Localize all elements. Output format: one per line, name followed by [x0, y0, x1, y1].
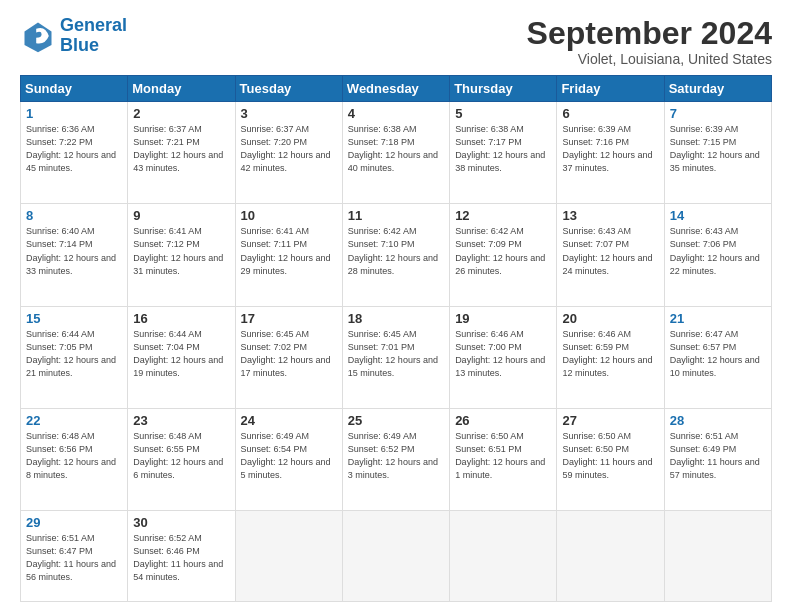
calendar-cell: 30Sunrise: 6:52 AMSunset: 6:46 PMDayligh…: [128, 511, 235, 602]
calendar-cell: 3Sunrise: 6:37 AMSunset: 7:20 PMDaylight…: [235, 102, 342, 204]
day-number: 26: [455, 413, 551, 428]
day-number: 28: [670, 413, 766, 428]
calendar-week-2: 8Sunrise: 6:40 AMSunset: 7:14 PMDaylight…: [21, 204, 772, 306]
col-header-saturday: Saturday: [664, 76, 771, 102]
day-info: Sunrise: 6:48 AMSunset: 6:56 PMDaylight:…: [26, 430, 122, 482]
calendar-cell: 26Sunrise: 6:50 AMSunset: 6:51 PMDayligh…: [450, 408, 557, 510]
month-title: September 2024: [527, 16, 772, 51]
calendar-cell: 5Sunrise: 6:38 AMSunset: 7:17 PMDaylight…: [450, 102, 557, 204]
col-header-friday: Friday: [557, 76, 664, 102]
day-number: 15: [26, 311, 122, 326]
header: General Blue September 2024 Violet, Loui…: [20, 16, 772, 67]
calendar-cell: 4Sunrise: 6:38 AMSunset: 7:18 PMDaylight…: [342, 102, 449, 204]
day-number: 23: [133, 413, 229, 428]
day-number: 30: [133, 515, 229, 530]
day-number: 8: [26, 208, 122, 223]
day-info: Sunrise: 6:46 AMSunset: 6:59 PMDaylight:…: [562, 328, 658, 380]
day-info: Sunrise: 6:49 AMSunset: 6:52 PMDaylight:…: [348, 430, 444, 482]
calendar-cell: 18Sunrise: 6:45 AMSunset: 7:01 PMDayligh…: [342, 306, 449, 408]
day-info: Sunrise: 6:39 AMSunset: 7:15 PMDaylight:…: [670, 123, 766, 175]
day-number: 5: [455, 106, 551, 121]
day-number: 29: [26, 515, 122, 530]
logo-blue: Blue: [60, 35, 99, 55]
calendar-cell: 15Sunrise: 6:44 AMSunset: 7:05 PMDayligh…: [21, 306, 128, 408]
day-info: Sunrise: 6:49 AMSunset: 6:54 PMDaylight:…: [241, 430, 337, 482]
day-info: Sunrise: 6:44 AMSunset: 7:04 PMDaylight:…: [133, 328, 229, 380]
calendar-cell: 29Sunrise: 6:51 AMSunset: 6:47 PMDayligh…: [21, 511, 128, 602]
logo-text: General Blue: [60, 16, 127, 56]
calendar-cell: 6Sunrise: 6:39 AMSunset: 7:16 PMDaylight…: [557, 102, 664, 204]
calendar-cell: [235, 511, 342, 602]
day-number: 16: [133, 311, 229, 326]
calendar-week-1: 1Sunrise: 6:36 AMSunset: 7:22 PMDaylight…: [21, 102, 772, 204]
page: General Blue September 2024 Violet, Loui…: [0, 0, 792, 612]
calendar-cell: 28Sunrise: 6:51 AMSunset: 6:49 PMDayligh…: [664, 408, 771, 510]
calendar-week-5: 29Sunrise: 6:51 AMSunset: 6:47 PMDayligh…: [21, 511, 772, 602]
day-info: Sunrise: 6:50 AMSunset: 6:50 PMDaylight:…: [562, 430, 658, 482]
day-number: 22: [26, 413, 122, 428]
calendar-cell: 25Sunrise: 6:49 AMSunset: 6:52 PMDayligh…: [342, 408, 449, 510]
day-number: 11: [348, 208, 444, 223]
calendar-cell: 22Sunrise: 6:48 AMSunset: 6:56 PMDayligh…: [21, 408, 128, 510]
col-header-wednesday: Wednesday: [342, 76, 449, 102]
day-number: 14: [670, 208, 766, 223]
day-info: Sunrise: 6:36 AMSunset: 7:22 PMDaylight:…: [26, 123, 122, 175]
day-info: Sunrise: 6:42 AMSunset: 7:10 PMDaylight:…: [348, 225, 444, 277]
day-info: Sunrise: 6:46 AMSunset: 7:00 PMDaylight:…: [455, 328, 551, 380]
calendar-cell: 9Sunrise: 6:41 AMSunset: 7:12 PMDaylight…: [128, 204, 235, 306]
day-info: Sunrise: 6:37 AMSunset: 7:20 PMDaylight:…: [241, 123, 337, 175]
day-info: Sunrise: 6:45 AMSunset: 7:02 PMDaylight:…: [241, 328, 337, 380]
location-subtitle: Violet, Louisiana, United States: [527, 51, 772, 67]
calendar-cell: [342, 511, 449, 602]
day-number: 18: [348, 311, 444, 326]
day-number: 10: [241, 208, 337, 223]
col-header-tuesday: Tuesday: [235, 76, 342, 102]
day-number: 4: [348, 106, 444, 121]
day-info: Sunrise: 6:48 AMSunset: 6:55 PMDaylight:…: [133, 430, 229, 482]
title-block: September 2024 Violet, Louisiana, United…: [527, 16, 772, 67]
day-info: Sunrise: 6:40 AMSunset: 7:14 PMDaylight:…: [26, 225, 122, 277]
day-number: 9: [133, 208, 229, 223]
day-info: Sunrise: 6:47 AMSunset: 6:57 PMDaylight:…: [670, 328, 766, 380]
calendar-week-3: 15Sunrise: 6:44 AMSunset: 7:05 PMDayligh…: [21, 306, 772, 408]
day-number: 7: [670, 106, 766, 121]
calendar-cell: 16Sunrise: 6:44 AMSunset: 7:04 PMDayligh…: [128, 306, 235, 408]
day-info: Sunrise: 6:43 AMSunset: 7:07 PMDaylight:…: [562, 225, 658, 277]
calendar-cell: 2Sunrise: 6:37 AMSunset: 7:21 PMDaylight…: [128, 102, 235, 204]
calendar-cell: 8Sunrise: 6:40 AMSunset: 7:14 PMDaylight…: [21, 204, 128, 306]
day-info: Sunrise: 6:45 AMSunset: 7:01 PMDaylight:…: [348, 328, 444, 380]
day-info: Sunrise: 6:38 AMSunset: 7:17 PMDaylight:…: [455, 123, 551, 175]
day-number: 27: [562, 413, 658, 428]
day-info: Sunrise: 6:42 AMSunset: 7:09 PMDaylight:…: [455, 225, 551, 277]
calendar-cell: 1Sunrise: 6:36 AMSunset: 7:22 PMDaylight…: [21, 102, 128, 204]
calendar-cell: [664, 511, 771, 602]
day-number: 25: [348, 413, 444, 428]
day-info: Sunrise: 6:43 AMSunset: 7:06 PMDaylight:…: [670, 225, 766, 277]
logo-icon: [20, 18, 56, 54]
day-info: Sunrise: 6:37 AMSunset: 7:21 PMDaylight:…: [133, 123, 229, 175]
calendar: SundayMondayTuesdayWednesdayThursdayFrid…: [20, 75, 772, 602]
calendar-cell: 12Sunrise: 6:42 AMSunset: 7:09 PMDayligh…: [450, 204, 557, 306]
calendar-cell: [450, 511, 557, 602]
day-number: 20: [562, 311, 658, 326]
logo-general: General: [60, 15, 127, 35]
day-number: 6: [562, 106, 658, 121]
calendar-cell: 17Sunrise: 6:45 AMSunset: 7:02 PMDayligh…: [235, 306, 342, 408]
col-header-thursday: Thursday: [450, 76, 557, 102]
calendar-cell: 11Sunrise: 6:42 AMSunset: 7:10 PMDayligh…: [342, 204, 449, 306]
calendar-cell: 13Sunrise: 6:43 AMSunset: 7:07 PMDayligh…: [557, 204, 664, 306]
calendar-cell: 27Sunrise: 6:50 AMSunset: 6:50 PMDayligh…: [557, 408, 664, 510]
day-info: Sunrise: 6:51 AMSunset: 6:49 PMDaylight:…: [670, 430, 766, 482]
day-number: 3: [241, 106, 337, 121]
calendar-cell: [557, 511, 664, 602]
calendar-cell: 19Sunrise: 6:46 AMSunset: 7:00 PMDayligh…: [450, 306, 557, 408]
col-header-monday: Monday: [128, 76, 235, 102]
day-number: 19: [455, 311, 551, 326]
day-number: 13: [562, 208, 658, 223]
logo: General Blue: [20, 16, 127, 56]
calendar-header-row: SundayMondayTuesdayWednesdayThursdayFrid…: [21, 76, 772, 102]
day-number: 24: [241, 413, 337, 428]
calendar-cell: 23Sunrise: 6:48 AMSunset: 6:55 PMDayligh…: [128, 408, 235, 510]
day-number: 21: [670, 311, 766, 326]
day-info: Sunrise: 6:41 AMSunset: 7:11 PMDaylight:…: [241, 225, 337, 277]
